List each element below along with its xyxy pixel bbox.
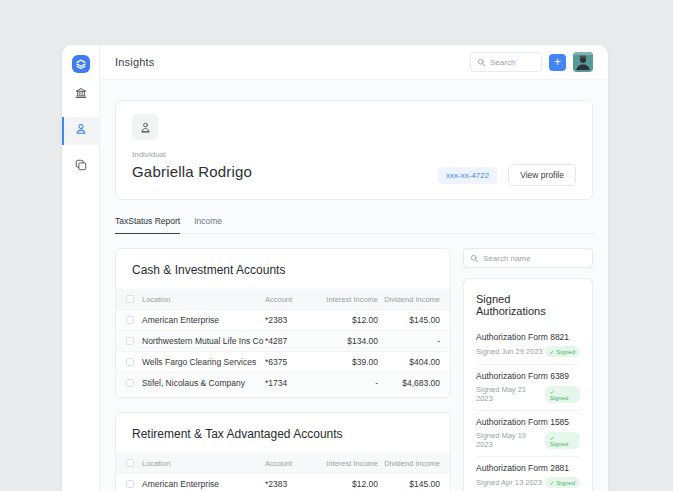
header-actions: + (470, 52, 593, 72)
row-checkbox[interactable] (126, 480, 134, 488)
profile-card: Individual Gabriella Rodrigo xxx-xx-4722… (115, 100, 593, 200)
search-icon (470, 249, 479, 267)
select-all-checkbox[interactable] (126, 459, 134, 467)
table-row[interactable]: Stifel, Nicolaus & Company*1734-$4,683.0… (116, 372, 450, 393)
table-header-row: Location Account Interest Income Dividen… (116, 289, 450, 309)
table-title: Cash & Investment Accounts (116, 249, 450, 289)
search-icon (477, 53, 486, 71)
row-checkbox[interactable] (126, 358, 134, 366)
table-body: American Enterprise*2383$12.00$145.00 (116, 473, 450, 491)
authorization-name: Authorization Form 1585 (476, 417, 580, 427)
table-header-row: Location Account Interest Income Dividen… (116, 453, 450, 473)
column-header-location: Location (142, 459, 265, 468)
name-search[interactable] (463, 248, 593, 268)
ssn-badge: xxx-xx-4722 (438, 167, 497, 184)
authorization-date: Signed May 19 2023 (476, 431, 545, 449)
authorizations-column: Signed Authorizations Authorization Form… (463, 248, 593, 491)
tab-income[interactable]: Income (194, 216, 222, 233)
column-header-account: Account (265, 295, 313, 304)
profile-actions: xxx-xx-4722 View profile (438, 164, 576, 186)
report-columns: Cash & Investment Accounts Location Acco… (115, 248, 593, 491)
authorization-date: Signed May 21 2023 (476, 385, 545, 403)
table-cell: Northwestern Mutual Life Ins Co (142, 336, 265, 346)
table-cell: American Enterprise (142, 315, 265, 325)
profile-type-label: Individual (132, 150, 576, 159)
table-row[interactable]: American Enterprise*2383$12.00$145.00 (116, 309, 450, 330)
add-button[interactable]: + (549, 54, 566, 71)
table-cell: *6375 (265, 357, 313, 367)
user-avatar[interactable] (573, 52, 593, 72)
authorizations-title: Signed Authorizations (476, 279, 580, 326)
authorization-name: Authorization Form 8821 (476, 332, 580, 342)
signed-badge: ✓ Signed (545, 477, 580, 488)
authorization-date: Signed Apr 13 2023 (476, 478, 542, 487)
individual-avatar (132, 114, 158, 140)
sidebar (62, 45, 100, 491)
cash-investment-table-card: Cash & Investment Accounts Location Acco… (115, 248, 451, 398)
column-header-dividend: Dividend Income (378, 295, 440, 304)
table-cell: - (378, 336, 440, 346)
content-area: Individual Gabriella Rodrigo xxx-xx-4722… (100, 80, 608, 491)
select-all-checkbox[interactable] (126, 295, 134, 303)
table-cell: $134.00 (313, 336, 378, 346)
retirement-table-card: Retirement & Tax Advantaged Accounts Loc… (115, 412, 451, 491)
top-header: Insights + (100, 45, 608, 80)
authorization-item[interactable]: Authorization Form 6389Signed May 21 202… (476, 364, 580, 410)
table-cell: - (313, 378, 378, 388)
table-cell: $39.00 (313, 357, 378, 367)
column-header-interest: Interest Income (313, 459, 378, 468)
table-row[interactable]: Wells Fargo Clearing Services*6375$39.00… (116, 351, 450, 372)
row-checkbox[interactable] (126, 379, 134, 387)
signed-badge: ✓ Signed (545, 386, 580, 403)
column-header-dividend: Dividend Income (378, 459, 440, 468)
accounts-column: Cash & Investment Accounts Location Acco… (115, 248, 451, 491)
table-cell: $4,683.00 (378, 378, 440, 388)
signed-badge: ✓ Signed (545, 346, 580, 357)
view-profile-button[interactable]: View profile (508, 164, 576, 186)
table-cell: *1734 (265, 378, 313, 388)
authorization-name: Authorization Form 2881 (476, 463, 580, 473)
row-checkbox[interactable] (126, 337, 134, 345)
copy-icon (74, 158, 88, 176)
table-row[interactable]: Northwestern Mutual Life Ins Co*4287$134… (116, 330, 450, 351)
row-checkbox[interactable] (126, 316, 134, 324)
authorization-item[interactable]: Authorization Form 8821Signed Jun 29 202… (476, 326, 580, 364)
table-cell: American Enterprise (142, 479, 265, 489)
page-title: Insights (115, 56, 155, 68)
authorizations-list: Authorization Form 8821Signed Jun 29 202… (476, 326, 580, 491)
table-cell: *2383 (265, 479, 313, 489)
table-body: American Enterprise*2383$12.00$145.00Nor… (116, 309, 450, 393)
global-search[interactable] (470, 52, 542, 72)
table-cell: *4287 (265, 336, 313, 346)
column-header-interest: Interest Income (313, 295, 378, 304)
table-cell: Wells Fargo Clearing Services (142, 357, 265, 367)
sidebar-item-individuals[interactable] (62, 117, 99, 145)
table-cell: *2383 (265, 315, 313, 325)
table-cell: $404.00 (378, 357, 440, 367)
signed-authorizations-card: Signed Authorizations Authorization Form… (463, 278, 593, 491)
person-icon (74, 122, 88, 140)
sidebar-nav (62, 81, 99, 189)
table-cell: $145.00 (378, 479, 440, 489)
main-area: Insights + Individual (100, 45, 608, 491)
authorization-date: Signed Jun 29 2023 (476, 347, 543, 356)
table-cell: $145.00 (378, 315, 440, 325)
authorization-item[interactable]: Authorization Form 2881Signed Apr 13 202… (476, 456, 580, 491)
app-logo-icon[interactable] (72, 55, 90, 73)
bank-icon (74, 86, 88, 104)
report-tabs: TaxStatus Report Income (115, 216, 593, 234)
name-search-input[interactable] (483, 254, 586, 263)
table-title: Retirement & Tax Advantaged Accounts (116, 413, 450, 453)
column-header-location: Location (142, 295, 265, 304)
table-cell: $12.00 (313, 315, 378, 325)
table-cell: $12.00 (313, 479, 378, 489)
signed-badge: ✓ Signed (545, 432, 580, 449)
table-row[interactable]: American Enterprise*2383$12.00$145.00 (116, 473, 450, 491)
search-input[interactable] (490, 58, 535, 67)
authorization-item[interactable]: Authorization Form 1585Signed May 19 202… (476, 410, 580, 456)
app-window: Insights + Individual (62, 45, 608, 491)
table-cell: Stifel, Nicolaus & Company (142, 378, 265, 388)
sidebar-item-institutions[interactable] (62, 81, 99, 109)
sidebar-item-documents[interactable] (62, 153, 99, 181)
tab-taxstatus-report[interactable]: TaxStatus Report (115, 216, 180, 234)
